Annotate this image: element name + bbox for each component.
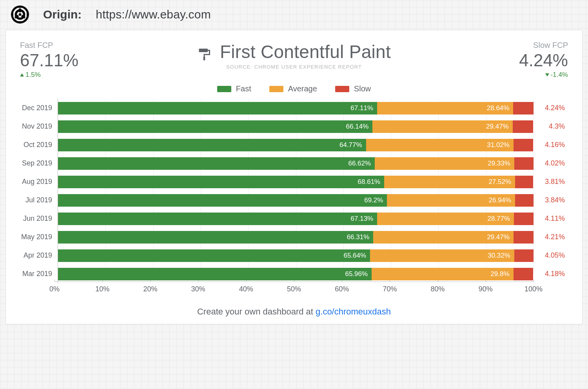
y-axis-label: Sep 2019 xyxy=(20,154,52,173)
bar-segment-fast: 66.14% xyxy=(58,120,372,133)
legend-swatch-fast xyxy=(217,86,231,92)
fcp-chart-card: First Contentful Paint SOURCE: CHROME US… xyxy=(5,30,583,324)
x-axis-tick-label: 50% xyxy=(287,285,301,293)
stacked-bar: 69.2%26.94% xyxy=(58,194,534,207)
stacked-bar: 67.13%28.77% xyxy=(58,213,534,225)
table-row: 66.31%29.47% xyxy=(58,228,534,246)
bar-segment-fast: 67.13% xyxy=(58,213,377,225)
bar-segment-average: 27.52% xyxy=(384,176,515,188)
bar-segment-fast: 66.31% xyxy=(58,231,373,244)
bar-segment-slow xyxy=(514,249,534,262)
slow-fcp-delta: -1.4% xyxy=(519,71,568,79)
bar-segment-fast: 67.11% xyxy=(58,102,377,115)
table-row: 64.77%31.02% xyxy=(58,136,534,154)
bar-segment-fast: 69.2% xyxy=(58,194,387,207)
x-axis-tick-label: 80% xyxy=(431,285,445,293)
bar-segment-average: 26.94% xyxy=(387,194,515,207)
stacked-bar: 65.64%30.32% xyxy=(58,249,534,262)
stacked-bar: 66.14%29.47% xyxy=(58,120,534,133)
y-axis-label: Aug 2019 xyxy=(20,173,52,191)
slow-value-label: 4.18% xyxy=(537,265,571,283)
chart-subtitle: SOURCE: CHROME USER EXPERIENCE REPORT xyxy=(17,64,571,70)
y-axis-label: Apr 2019 xyxy=(20,246,52,265)
bar-segment-slow xyxy=(513,120,533,133)
x-axis-tick-label: 70% xyxy=(383,285,397,293)
x-axis-tick-label: 90% xyxy=(479,285,493,293)
x-axis-tick-label: 40% xyxy=(239,285,253,293)
x-axis: 0%10%20%30%40%50%60%70%80%90%100% xyxy=(17,282,571,297)
y-axis-label: Jul 2019 xyxy=(20,191,52,209)
footer-text: Create your own dashboard at g.co/chrome… xyxy=(17,307,571,317)
x-axis-tick-label: 60% xyxy=(335,285,349,293)
bar-segment-slow xyxy=(514,268,534,280)
bar-segment-fast: 65.96% xyxy=(58,268,372,280)
arrow-up-icon xyxy=(20,73,24,76)
bar-segment-average: 30.32% xyxy=(370,249,514,262)
table-row: 66.14%29.47% xyxy=(58,117,534,136)
slow-value-label: 3.81% xyxy=(537,173,571,191)
bar-segment-slow xyxy=(514,213,534,225)
bar-segment-average: 31.02% xyxy=(366,139,514,151)
stacked-bar-chart: Dec 2019Nov 2019Oct 2019Sep 2019Aug 2019… xyxy=(17,99,571,283)
table-row: 67.11%28.64% xyxy=(58,99,534,117)
chrome-icon xyxy=(11,5,29,24)
slow-value-label: 4.16% xyxy=(537,136,571,154)
table-row: 65.96%29.8% xyxy=(58,265,534,283)
y-axis-label: May 2019 xyxy=(20,228,52,246)
slow-value-label: 4.24% xyxy=(537,99,571,117)
stacked-bar: 66.31%29.47% xyxy=(58,231,534,244)
svg-rect-2 xyxy=(199,49,208,52)
bar-segment-average: 28.64% xyxy=(377,102,513,115)
dashboard-header: Origin: https://www.ebay.com xyxy=(5,4,583,30)
stacked-bar: 68.61%27.52% xyxy=(58,176,534,188)
chart-title: First Contentful Paint xyxy=(220,41,391,62)
origin-url: https://www.ebay.com xyxy=(96,8,211,21)
svg-rect-3 xyxy=(203,56,205,61)
legend-item-fast: Fast xyxy=(217,84,251,93)
slow-value-label: 3.84% xyxy=(537,191,571,209)
paint-roller-icon xyxy=(197,45,211,59)
bar-segment-slow xyxy=(514,139,533,151)
table-row: 66.62%29.33% xyxy=(58,154,534,173)
chart-title-block: First Contentful Paint SOURCE: CHROME US… xyxy=(17,41,571,70)
chart-legend: Fast Average Slow xyxy=(17,84,571,93)
bar-segment-average: 29.33% xyxy=(375,157,514,170)
bar-segment-fast: 68.61% xyxy=(58,176,384,188)
stacked-bar: 65.96%29.8% xyxy=(58,268,534,280)
bar-segment-slow xyxy=(515,176,533,188)
origin-label: Origin: xyxy=(43,8,82,21)
y-axis-label: Dec 2019 xyxy=(20,99,52,117)
x-axis-tick-label: 0% xyxy=(49,285,60,293)
legend-swatch-average xyxy=(269,86,283,92)
legend-item-average: Average xyxy=(269,84,317,93)
bar-segment-slow xyxy=(513,102,533,115)
table-row: 68.61%27.52% xyxy=(58,173,534,191)
y-axis-label: Mar 2019 xyxy=(20,265,52,283)
bar-segment-average: 29.47% xyxy=(373,231,513,244)
x-axis-tick-label: 10% xyxy=(95,285,109,293)
table-row: 65.64%30.32% xyxy=(58,246,534,265)
slow-value-label: 4.05% xyxy=(537,246,571,265)
bar-segment-slow xyxy=(515,194,534,207)
table-row: 67.13%28.77% xyxy=(58,209,534,228)
slow-value-label: 4.02% xyxy=(537,154,571,173)
bar-segment-fast: 64.77% xyxy=(58,139,366,151)
x-axis-tick-label: 20% xyxy=(143,285,157,293)
bar-segment-average: 29.47% xyxy=(372,120,512,133)
y-axis-label: Nov 2019 xyxy=(20,117,52,136)
slow-value-label: 4.21% xyxy=(537,228,571,246)
bar-segment-fast: 66.62% xyxy=(58,157,375,170)
stacked-bar: 66.62%29.33% xyxy=(58,157,534,170)
table-row: 69.2%26.94% xyxy=(58,191,534,209)
x-axis-tick-label: 30% xyxy=(191,285,205,293)
x-axis-tick-label: 100% xyxy=(524,285,543,293)
stacked-bar: 67.11%28.64% xyxy=(58,102,534,115)
stacked-bar: 64.77%31.02% xyxy=(58,139,534,151)
bar-segment-average: 28.77% xyxy=(377,213,514,225)
bar-segment-average: 29.8% xyxy=(372,268,513,280)
y-axis-label: Jun 2019 xyxy=(20,209,52,228)
legend-swatch-slow xyxy=(335,86,349,92)
bar-segment-slow xyxy=(514,157,534,170)
footer-link[interactable]: g.co/chromeuxdash xyxy=(316,307,391,316)
slow-value-label: 4.11% xyxy=(537,209,571,228)
